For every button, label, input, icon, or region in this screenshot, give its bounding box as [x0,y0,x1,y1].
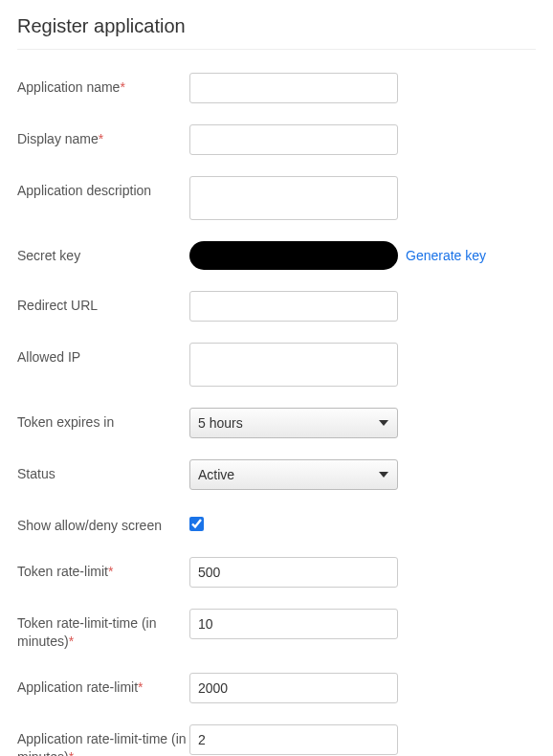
row-token-rate-limit-time: Token rate-limit-time (in minutes)* [17,609,536,652]
token-rate-limit-input[interactable] [189,557,398,588]
row-application-name: Application name* [17,73,536,103]
row-token-expires: Token expires in 5 hours [17,408,536,438]
label-text: Application name [17,79,120,95]
required-marker: * [99,131,103,146]
label-token-rate-limit-time: Token rate-limit-time (in minutes)* [17,609,189,652]
label-text: Display name [17,131,99,146]
label-application-description: Application description [17,176,189,201]
required-marker: * [69,749,74,756]
application-name-input[interactable] [189,73,398,103]
row-redirect-url: Redirect URL [17,291,536,322]
row-show-allow-deny: Show allow/deny screen [17,511,536,536]
required-marker: * [69,634,74,649]
label-token-expires: Token expires in [17,408,189,433]
application-rate-limit-time-input[interactable] [189,724,398,755]
label-secret-key: Secret key [17,241,189,266]
display-name-input[interactable] [189,124,398,155]
generate-key-link[interactable]: Generate key [406,248,486,263]
required-marker: * [108,564,113,579]
label-application-rate-limit-time: Application rate-limit-time (in minutes)… [17,724,189,756]
application-rate-limit-input[interactable] [189,673,398,703]
row-status: Status Active [17,459,536,490]
label-status: Status [17,459,189,484]
label-allowed-ip: Allowed IP [17,343,189,367]
label-display-name: Display name* [17,124,189,149]
label-text: Token rate-limit-time (in minutes) [17,615,156,650]
page-title: Register application [17,15,536,50]
required-marker: * [120,79,124,95]
required-marker: * [138,679,143,695]
secret-key-masked [189,241,398,270]
token-expires-select[interactable]: 5 hours [189,408,398,438]
label-text: Application rate-limit [17,679,138,695]
status-select[interactable]: Active [189,459,398,490]
status-select-wrap: Active [189,459,398,490]
row-display-name: Display name* [17,124,536,155]
label-application-rate-limit: Application rate-limit* [17,673,189,698]
row-application-rate-limit: Application rate-limit* [17,673,536,703]
application-description-input[interactable] [189,176,398,220]
label-token-rate-limit: Token rate-limit* [17,557,189,582]
label-application-name: Application name* [17,73,189,98]
redirect-url-input[interactable] [189,291,398,322]
row-application-rate-limit-time: Application rate-limit-time (in minutes)… [17,724,536,756]
label-redirect-url: Redirect URL [17,291,189,316]
label-show-allow-deny: Show allow/deny screen [17,511,189,536]
label-text: Application rate-limit-time (in minutes) [17,731,187,756]
allowed-ip-input[interactable] [189,343,398,387]
token-rate-limit-time-input[interactable] [189,609,398,639]
token-expires-select-wrap: 5 hours [189,408,398,438]
row-allowed-ip: Allowed IP [17,343,536,387]
show-allow-deny-checkbox[interactable] [189,517,204,531]
row-secret-key: Secret key Generate key [17,241,536,270]
label-text: Token rate-limit [17,564,108,579]
row-application-description: Application description [17,176,536,220]
row-token-rate-limit: Token rate-limit* [17,557,536,588]
